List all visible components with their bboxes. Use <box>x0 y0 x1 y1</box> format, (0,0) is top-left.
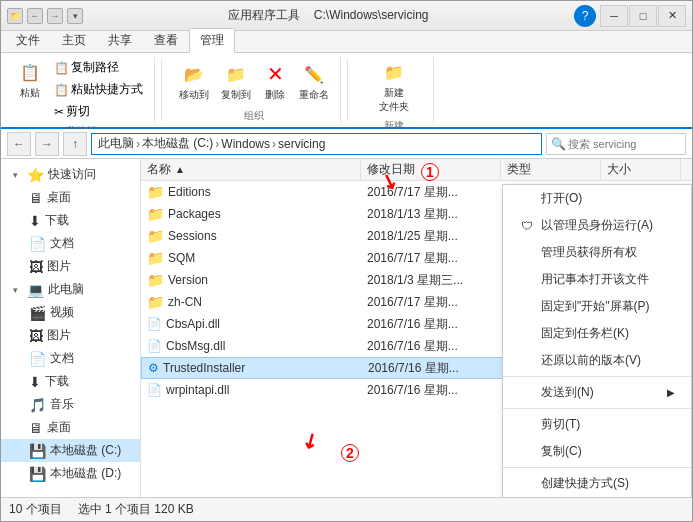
tab-share[interactable]: 共享 <box>97 28 143 52</box>
desktop2-label: 桌面 <box>47 419 71 436</box>
file-date-editions: 2016/7/17 星期... <box>361 182 501 203</box>
quick-access-forward[interactable]: → <box>47 8 63 24</box>
sidebar-item-pictures2[interactable]: 🖼 图片 <box>1 324 140 347</box>
status-total: 10 个项目 <box>9 501 62 518</box>
back-button[interactable]: ← <box>7 132 31 156</box>
sidebar-item-ddrive[interactable]: 💾 本地磁盘 (D:) <box>1 462 140 485</box>
desktop-icon: 🖥 <box>29 190 43 206</box>
pictures2-icon: 🖼 <box>29 328 43 344</box>
ctx-create-shortcut[interactable]: 创建快捷方式(S) <box>503 470 691 497</box>
col-header-name[interactable]: 名称 ▲ <box>141 159 361 180</box>
annotation-number-2: 2 <box>341 444 359 462</box>
desktop-label: 桌面 <box>47 189 71 206</box>
new-folder-icon: 📁 <box>382 60 406 84</box>
col-header-size[interactable]: 大小 <box>601 159 681 180</box>
col-header-type[interactable]: 类型 <box>501 159 601 180</box>
pictures2-label: 图片 <box>47 327 71 344</box>
ctx-runas-admin[interactable]: 🛡 以管理员身份运行(A) <box>503 212 691 239</box>
folder-icon-editions: 📁 <box>147 184 164 200</box>
docs2-icon: 📄 <box>29 351 46 367</box>
ctx-sep-2 <box>503 408 691 409</box>
context-menu: 打开(O) 🛡 以管理员身份运行(A) 管理员获得所有权 用记事本打开该文件 固… <box>502 184 692 497</box>
sidebar-item-videos[interactable]: 🎬 视频 <box>1 301 140 324</box>
help-button[interactable]: ? <box>574 5 596 27</box>
clipboard-main: 📋 粘贴 📋 复制路径 📋 粘贴快捷方式 ✂ 剪切 <box>13 57 148 122</box>
sidebar-item-downloads[interactable]: ⬇ 下载 <box>1 209 140 232</box>
up-button[interactable]: ↑ <box>63 132 87 156</box>
sidebar-item-downloads2[interactable]: ⬇ 下载 <box>1 370 140 393</box>
tab-view[interactable]: 查看 <box>143 28 189 52</box>
ctx-open-icon <box>519 191 535 207</box>
sidebar-item-thispc[interactable]: ▾ 💻 此电脑 <box>1 278 140 301</box>
paste-button[interactable]: 📋 粘贴 <box>13 57 47 122</box>
search-input[interactable] <box>568 138 681 150</box>
ctx-open[interactable]: 打开(O) <box>503 185 691 212</box>
tab-file[interactable]: 文件 <box>5 28 51 52</box>
minimize-button[interactable]: ─ <box>600 5 628 27</box>
quick-access-back[interactable]: ← <box>27 8 43 24</box>
sidebar-item-desktop[interactable]: 🖥 桌面 <box>1 186 140 209</box>
quickaccess-arrow: ▾ <box>13 170 23 180</box>
path-part-local[interactable]: 本地磁盘 (C:) <box>142 135 213 152</box>
sidebar-item-quickaccess[interactable]: ▾ ⭐ 快速访问 <box>1 163 140 186</box>
music-icon: 🎵 <box>29 397 46 413</box>
path-part-windows[interactable]: Windows <box>221 137 270 151</box>
rename-label: 重命名 <box>299 88 329 102</box>
file-list-header: 名称 ▲ 修改日期 类型 大小 <box>141 159 692 181</box>
paste-shortcut-button[interactable]: 📋 粘贴快捷方式 <box>49 79 148 100</box>
copy-path-button[interactable]: 📋 复制路径 <box>49 57 148 78</box>
ctx-take-ownership[interactable]: 管理员获得所有权 <box>503 239 691 266</box>
copy-to-button[interactable]: 📁 复制到 <box>216 59 256 105</box>
sidebar-item-pictures[interactable]: 🖼 图片 <box>1 255 140 278</box>
delete-button[interactable]: ✕ 删除 <box>258 59 292 105</box>
ctx-copy[interactable]: 复制(C) <box>503 438 691 465</box>
ctx-pin-start[interactable]: 固定到"开始"屏幕(P) <box>503 293 691 320</box>
title-app: 应用程序工具 <box>228 8 300 22</box>
new-folder-button[interactable]: 📁 新建文件夹 <box>374 57 414 117</box>
file-name-sessions: 📁 Sessions <box>141 226 361 246</box>
downloads-icon: ⬇ <box>29 213 41 229</box>
sidebar-item-cdrive[interactable]: 💾 本地磁盘 (C:) <box>1 439 140 462</box>
ribbon-tabs: 文件 主页 共享 查看 管理 <box>1 31 692 53</box>
file-date-sqm: 2016/7/17 星期... <box>361 248 501 269</box>
address-path[interactable]: 此电脑 › 本地磁盘 (C:) › Windows › servicing <box>91 133 542 155</box>
new-folder-label: 新建文件夹 <box>379 86 409 114</box>
paste-shortcut-icon: 📋 <box>54 83 69 97</box>
close-button[interactable]: ✕ <box>658 5 686 27</box>
ctx-restore-prev[interactable]: 还原以前的版本(V) <box>503 347 691 374</box>
window-title: 应用程序工具 C:\Windows\servicing <box>87 7 570 24</box>
docs-label: 文档 <box>50 235 74 252</box>
downloads2-icon: ⬇ <box>29 374 41 390</box>
quick-access-dropdown[interactable]: ▾ <box>67 8 83 24</box>
cut-button[interactable]: ✂ 剪切 <box>49 101 148 122</box>
move-to-button[interactable]: 📂 移动到 <box>174 59 214 105</box>
maximize-button[interactable]: □ <box>629 5 657 27</box>
ctx-cut[interactable]: 剪切(T) <box>503 411 691 438</box>
folder-icon-packages: 📁 <box>147 206 164 222</box>
tab-home[interactable]: 主页 <box>51 28 97 52</box>
ctx-sendto-arrow: ▶ <box>667 387 675 398</box>
sidebar-item-music[interactable]: 🎵 音乐 <box>1 393 140 416</box>
ctx-open-notepad[interactable]: 用记事本打开该文件 <box>503 266 691 293</box>
copy-path-icon: 📋 <box>54 61 69 75</box>
sidebar-item-docs2[interactable]: 📄 文档 <box>1 347 140 370</box>
folder-icon-zhcn: 📁 <box>147 294 164 310</box>
path-part-servicing[interactable]: servicing <box>278 137 325 151</box>
ctx-pin-taskbar[interactable]: 固定到任务栏(K) <box>503 320 691 347</box>
rename-button[interactable]: ✏️ 重命名 <box>294 59 334 105</box>
ctx-send-to[interactable]: 发送到(N) ▶ <box>503 379 691 406</box>
forward-button[interactable]: → <box>35 132 59 156</box>
title-bar-left: 📁 ← → ▾ <box>7 8 83 24</box>
docs2-label: 文档 <box>50 350 74 367</box>
ctx-sep-1 <box>503 376 691 377</box>
sidebar-item-desktop2[interactable]: 🖥 桌面 <box>1 416 140 439</box>
file-date-zhcn: 2016/7/17 星期... <box>361 292 501 313</box>
pictures-icon: 🖼 <box>29 259 43 275</box>
cdrive-label: 本地磁盘 (C:) <box>50 442 121 459</box>
col-header-date[interactable]: 修改日期 <box>361 159 501 180</box>
address-bar: ← → ↑ 此电脑 › 本地磁盘 (C:) › Windows › servic… <box>1 129 692 159</box>
sidebar-item-docs[interactable]: 📄 文档 <box>1 232 140 255</box>
search-box: 🔍 <box>546 133 686 155</box>
path-part-pc[interactable]: 此电脑 <box>98 135 134 152</box>
tab-manage[interactable]: 管理 <box>189 28 235 53</box>
